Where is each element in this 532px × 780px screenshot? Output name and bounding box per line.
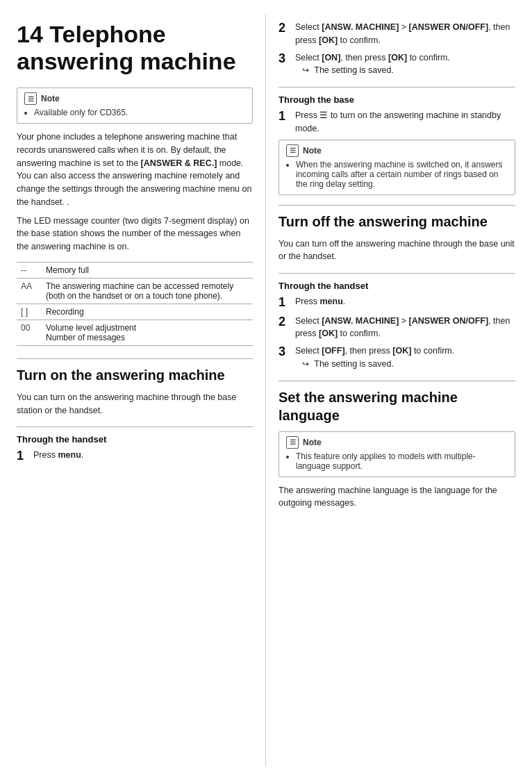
note-header-language: ☰ Note <box>286 436 508 449</box>
section-divider-3 <box>279 87 515 88</box>
note-box-language: ☰ Note This feature only applies to mode… <box>279 431 515 477</box>
table-code: -- <box>17 262 42 278</box>
note-label-language: Note <box>303 438 322 447</box>
table-code: AA <box>17 278 42 304</box>
step-content-1-left: Press menu. <box>33 449 253 464</box>
section-divider-2 <box>17 426 253 427</box>
step-num-3-right: 3 <box>279 51 291 78</box>
table-row: [ ] Recording <box>17 304 253 320</box>
note-label-1: Note <box>41 94 60 103</box>
menu-word-1: menu <box>58 450 81 460</box>
step-result-3-right: ↪ The setting is saved. <box>295 65 394 75</box>
section-divider-6 <box>279 381 515 381</box>
step-content-off-3: Select [OFF], then press [OK] to confirm… <box>295 345 515 371</box>
note-icon-base: ☰ <box>286 144 299 157</box>
step-content-2-right: Select [ANSW. MACHINE] > [ANSWER ON/OFF]… <box>295 21 515 47</box>
step-num-off-1: 1 <box>279 295 291 310</box>
step-content-base-1: Press ☰ to turn on the answering machine… <box>295 109 515 135</box>
table-row: 00 Volume level adjustmentNumber of mess… <box>17 320 253 345</box>
section-divider <box>17 358 253 359</box>
table-row: AA The answering machine can be accessed… <box>17 278 253 304</box>
table-desc: Memory full <box>42 262 253 278</box>
section-divider-5 <box>279 273 515 274</box>
note-list-language: This feature only applies to models with… <box>286 451 508 471</box>
note-item-1: Available only for CD365. <box>34 108 245 117</box>
note-header-1: ☰ Note <box>24 92 245 105</box>
chapter-title: 14 Telephone answering machine <box>17 21 253 75</box>
step-content-off-2: Select [ANSW. MACHINE] > [ANSWER ON/OFF]… <box>295 315 515 341</box>
note-list-1: Available only for CD365. <box>24 108 245 117</box>
step-off-3: 3 Select [OFF], then press [OK] to confi… <box>279 345 515 371</box>
step-num-off-2: 2 <box>279 315 291 341</box>
note-box-1: ☰ Note Available only for CD365. <box>17 88 253 124</box>
table-desc: The answering machine can be accessed re… <box>42 278 253 304</box>
right-column: 2 Select [ANSW. MACHINE] > [ANSWER ON/OF… <box>266 14 532 766</box>
step-num-1-left: 1 <box>17 449 29 464</box>
through-base-title: Through the base <box>279 94 515 105</box>
table-code: [ ] <box>17 304 42 320</box>
table-row: -- Memory full <box>17 262 253 278</box>
through-handset-title-right: Through the handset <box>279 281 515 291</box>
step-2-right: 2 Select [ANSW. MACHINE] > [ANSWER ON/OF… <box>279 21 515 47</box>
step-1-left: 1 Press menu. <box>17 449 253 464</box>
table-desc: Recording <box>42 304 253 320</box>
note-header-base: ☰ Note <box>286 144 508 157</box>
note-box-base: ☰ Note When the answering machine is swi… <box>279 140 515 195</box>
step-3-right: 3 Select [ON], then press [OK] to confir… <box>279 51 515 78</box>
set-language-title: Set the answering machine language <box>279 388 515 424</box>
chapter-title-text: Telephone answering machine <box>17 21 236 74</box>
step-result-off-3: ↪ The setting is saved. <box>295 359 394 369</box>
note-list-base: When the answering machine is switched o… <box>286 160 508 189</box>
table-desc: Volume level adjustmentNumber of message… <box>42 320 253 345</box>
step-content-off-1: Press menu. <box>295 295 515 310</box>
step-num-base-1: 1 <box>279 109 291 135</box>
intro-text-1: Your phone includes a telephone answerin… <box>17 131 253 209</box>
set-language-body: The answering machine language is the la… <box>279 484 515 511</box>
step-off-1: 1 Press menu. <box>279 295 515 310</box>
note-icon-language: ☰ <box>286 436 299 449</box>
table-code: 00 <box>17 320 42 345</box>
note-icon-1: ☰ <box>24 92 37 105</box>
through-handset-title-left: Through the handset <box>17 434 253 445</box>
note-item-base-1: When the answering machine is switched o… <box>296 160 508 189</box>
note-item-language-1: This feature only applies to models with… <box>296 451 508 471</box>
turn-on-body: You can turn on the answering machine th… <box>17 391 253 417</box>
step-base-1: 1 Press ☰ to turn on the answering machi… <box>279 109 515 135</box>
note-label-base: Note <box>303 146 322 156</box>
step-content-3-right: Select [ON], then press [OK] to confirm.… <box>295 51 515 78</box>
turn-on-title: Turn on the answering machine <box>17 366 253 384</box>
chapter-number: 14 <box>17 21 43 47</box>
turn-off-title: Turn off the answering machine <box>279 213 515 231</box>
menu-word-off: menu <box>319 297 342 306</box>
turn-off-body: You can turn off the answering machine t… <box>279 238 515 264</box>
display-table: -- Memory full AA The answering machine … <box>17 262 253 346</box>
intro-text-2: The LED message counter (two digits 7-se… <box>17 215 253 254</box>
step-off-2: 2 Select [ANSW. MACHINE] > [ANSWER ON/OF… <box>279 315 515 341</box>
section-divider-4 <box>279 205 515 206</box>
step-num-off-3: 3 <box>279 345 291 371</box>
left-column: 14 Telephone answering machine ☰ Note Av… <box>0 14 266 766</box>
step-num-2-right: 2 <box>279 21 291 47</box>
